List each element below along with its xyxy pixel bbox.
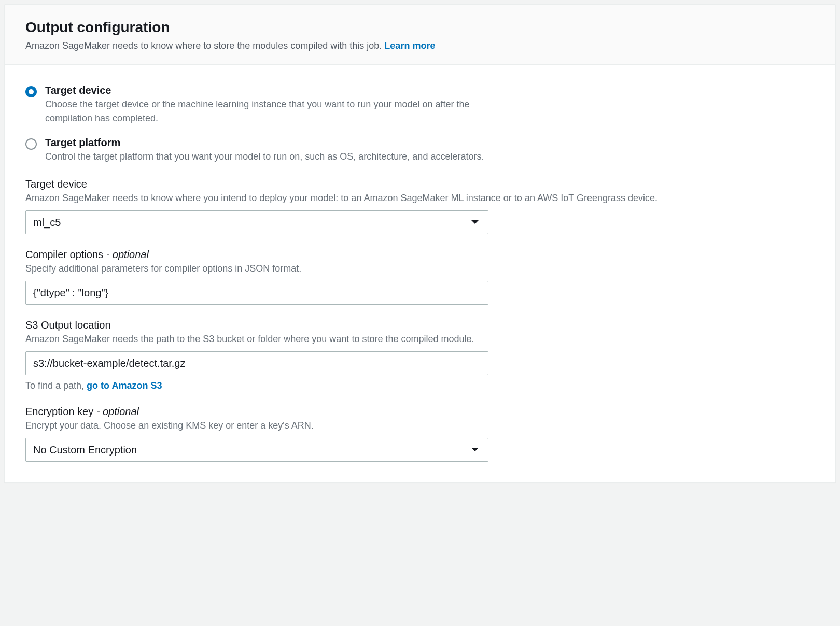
panel-body: Target device Choose the target device o… bbox=[5, 65, 835, 482]
radio-desc: Choose the target device or the machine … bbox=[45, 97, 512, 125]
radio-content: Target platform Control the target platf… bbox=[45, 137, 512, 164]
label-text: Compiler options bbox=[25, 249, 106, 260]
page-subtitle: Amazon SageMaker needs to know where to … bbox=[25, 39, 815, 53]
field-compiler-options: Compiler options - optional Specify addi… bbox=[25, 249, 815, 305]
radio-content: Target device Choose the target device o… bbox=[45, 84, 512, 125]
radio-target-device[interactable]: Target device Choose the target device o… bbox=[25, 84, 815, 125]
go-to-s3-link[interactable]: go to Amazon S3 bbox=[87, 380, 162, 391]
encryption-key-select[interactable]: No Custom Encryption bbox=[25, 438, 488, 462]
label-optional: - optional bbox=[106, 249, 149, 260]
field-label: Encryption key - optional bbox=[25, 406, 815, 418]
radio-target-platform[interactable]: Target platform Control the target platf… bbox=[25, 137, 815, 164]
label-text: Encryption key bbox=[25, 406, 96, 417]
field-target-device: Target device Amazon SageMaker needs to … bbox=[25, 178, 815, 234]
hint-text: To find a path, bbox=[25, 380, 87, 391]
subtitle-text: Amazon SageMaker needs to know where to … bbox=[25, 40, 384, 51]
radio-label: Target platform bbox=[45, 137, 512, 149]
field-label: Compiler options - optional bbox=[25, 249, 815, 261]
radio-button[interactable] bbox=[25, 138, 37, 150]
panel-header: Output configuration Amazon SageMaker ne… bbox=[5, 5, 835, 65]
compiler-options-input[interactable] bbox=[25, 281, 488, 305]
learn-more-link[interactable]: Learn more bbox=[384, 40, 435, 51]
radio-desc: Control the target platform that you wan… bbox=[45, 150, 512, 164]
target-device-select[interactable]: ml_c5 bbox=[25, 210, 488, 234]
field-desc: Amazon SageMaker needs the path to the S… bbox=[25, 332, 815, 346]
radio-label: Target device bbox=[45, 84, 512, 96]
s3-hint: To find a path, go to Amazon S3 bbox=[25, 380, 815, 391]
output-configuration-panel: Output configuration Amazon SageMaker ne… bbox=[4, 4, 836, 483]
page-title: Output configuration bbox=[25, 19, 815, 36]
field-desc: Specify additional parameters for compil… bbox=[25, 262, 815, 276]
field-desc: Amazon SageMaker needs to know where you… bbox=[25, 191, 815, 205]
label-optional: - optional bbox=[96, 406, 139, 417]
field-label: Target device bbox=[25, 178, 815, 190]
s3-output-input[interactable] bbox=[25, 351, 488, 375]
field-s3-output: S3 Output location Amazon SageMaker need… bbox=[25, 319, 815, 391]
field-encryption-key: Encryption key - optional Encrypt your d… bbox=[25, 406, 815, 462]
radio-button[interactable] bbox=[25, 86, 37, 97]
field-desc: Encrypt your data. Choose an existing KM… bbox=[25, 419, 815, 433]
field-label: S3 Output location bbox=[25, 319, 815, 331]
target-radio-group: Target device Choose the target device o… bbox=[25, 84, 815, 164]
